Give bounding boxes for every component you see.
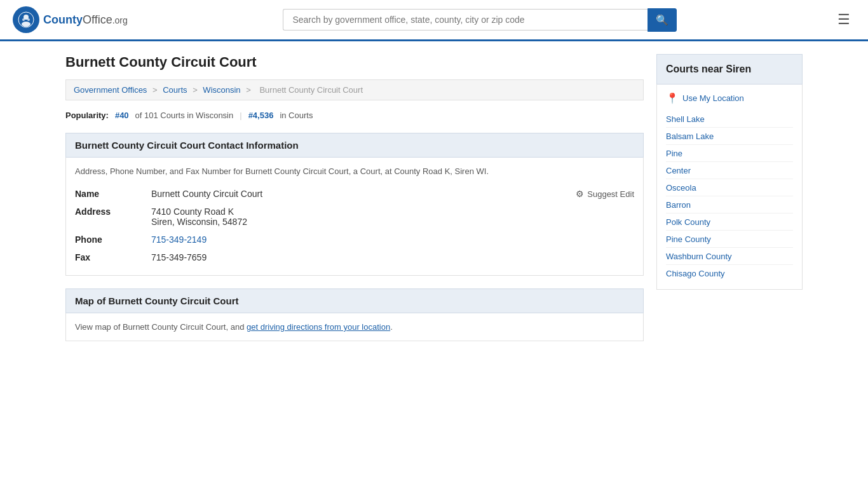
- sidebar-location-row: 📍 Use My Location: [666, 92, 793, 104]
- phone-value: 715-349-2149: [151, 234, 207, 245]
- sidebar-header: Courts near Siren: [656, 54, 803, 85]
- contact-description: Address, Phone Number, and Fax Number fo…: [75, 166, 634, 176]
- popularity-rank: #40: [115, 111, 129, 120]
- address-line2: Siren, Wisconsin, 54872: [151, 217, 247, 227]
- address-label: Address: [75, 207, 151, 227]
- suggest-edit-label: Suggest Edit: [587, 189, 634, 199]
- suggest-edit-link[interactable]: ⚙ Suggest Edit: [576, 189, 634, 199]
- page-title: Burnett County Circuit Court: [65, 54, 644, 71]
- nearby-balsam-lake[interactable]: Balsam Lake: [666, 132, 714, 141]
- logo[interactable]: CountyOffice.org: [13, 6, 128, 33]
- hamburger-icon: ☰: [837, 11, 850, 27]
- list-item: Balsam Lake: [666, 128, 793, 145]
- breadcrumb-courts[interactable]: Courts: [163, 85, 187, 95]
- map-desc-end: .: [390, 322, 393, 332]
- popularity-overall-of: in Courts: [280, 111, 313, 120]
- breadcrumb-sep-1: >: [153, 85, 159, 95]
- list-item: Shell Lake: [666, 111, 793, 128]
- fax-label: Fax: [75, 252, 151, 262]
- address-line1: 7410 County Road K: [151, 207, 247, 217]
- phone-row: Phone 715-349-2149: [75, 231, 634, 248]
- svg-point-4: [27, 18, 30, 21]
- list-item: Pine County: [666, 231, 793, 248]
- search-input[interactable]: [283, 9, 648, 30]
- content-area: Burnett County Circuit Court Government …: [65, 54, 644, 354]
- popularity-rank-of: of 101 Courts in Wisconsin: [135, 111, 234, 120]
- nearby-center[interactable]: Center: [666, 166, 691, 175]
- list-item: Center: [666, 162, 793, 179]
- nearby-pine-county[interactable]: Pine County: [666, 234, 711, 244]
- list-item: Chisago County: [666, 265, 793, 281]
- nearby-pine[interactable]: Pine: [666, 149, 682, 158]
- nearby-washburn-county[interactable]: Washburn County: [666, 252, 732, 261]
- popularity-label: Popularity:: [65, 111, 109, 120]
- search-button[interactable]: 🔍: [648, 8, 677, 32]
- contact-section-body: Address, Phone Number, and Fax Number fo…: [65, 158, 644, 276]
- nearby-barron[interactable]: Barron: [666, 200, 691, 210]
- breadcrumb-government-offices[interactable]: Government Offices: [74, 85, 147, 95]
- address-value: 7410 County Road K Siren, Wisconsin, 548…: [151, 207, 247, 227]
- contact-section-header: Burnett County Circuit Court Contact Inf…: [65, 133, 644, 158]
- nearby-chisago-county[interactable]: Chisago County: [666, 269, 725, 278]
- popularity-overall-rank: #4,536: [248, 111, 274, 120]
- name-row: Name Burnett County Circuit Court ⚙ Sugg…: [75, 185, 634, 203]
- svg-point-3: [22, 18, 25, 21]
- map-description: View map of Burnett County Circuit Court…: [75, 322, 634, 332]
- menu-button[interactable]: ☰: [832, 9, 855, 30]
- fax-value: 715-349-7659: [151, 252, 207, 262]
- svg-point-2: [22, 22, 31, 27]
- pin-icon: 📍: [666, 92, 679, 104]
- name-value: Burnett County Circuit Court: [151, 189, 262, 199]
- breadcrumb-current: Burnett County Circuit Court: [259, 85, 363, 95]
- list-item: Osceola: [666, 179, 793, 196]
- name-label: Name: [75, 189, 151, 199]
- main-content: Burnett County Circuit Court Government …: [53, 41, 815, 367]
- map-directions-link[interactable]: get driving directions from your locatio…: [247, 322, 390, 332]
- logo-wordmark: CountyOffice.org: [43, 13, 128, 27]
- list-item: Polk County: [666, 214, 793, 231]
- use-my-location-link[interactable]: Use My Location: [682, 93, 744, 103]
- search-bar: 🔍: [283, 8, 677, 32]
- nearby-polk-county[interactable]: Polk County: [666, 217, 710, 227]
- map-desc-start: View map of Burnett County Circuit Court…: [75, 322, 247, 332]
- contact-info-table: Name Burnett County Circuit Court ⚙ Sugg…: [75, 185, 634, 266]
- site-header: CountyOffice.org 🔍 ☰: [0, 0, 868, 41]
- logo-icon: [13, 6, 39, 33]
- sidebar: Courts near Siren 📍 Use My Location Shel…: [656, 54, 803, 354]
- popularity-bar: Popularity: #40 of 101 Courts in Wiscons…: [65, 111, 644, 120]
- breadcrumb-sep-2: >: [193, 85, 200, 95]
- breadcrumb: Government Offices > Courts > Wisconsin …: [65, 79, 644, 100]
- list-item: Pine: [666, 145, 793, 162]
- nearby-shell-lake[interactable]: Shell Lake: [666, 114, 705, 124]
- phone-link[interactable]: 715-349-2149: [151, 234, 207, 245]
- list-item: Washburn County: [666, 248, 793, 265]
- fax-row: Fax 715-349-7659: [75, 248, 634, 266]
- list-item: Barron: [666, 196, 793, 214]
- sidebar-body: 📍 Use My Location Shell Lake Balsam Lake…: [656, 85, 803, 290]
- map-section-header: Map of Burnett County Circuit Court: [65, 288, 644, 313]
- breadcrumb-wisconsin[interactable]: Wisconsin: [203, 85, 240, 95]
- nearby-osceola[interactable]: Osceola: [666, 183, 696, 193]
- address-row: Address 7410 County Road K Siren, Wiscon…: [75, 203, 634, 231]
- map-section-body: View map of Burnett County Circuit Court…: [65, 313, 644, 341]
- name-value-row: Burnett County Circuit Court ⚙ Suggest E…: [151, 189, 634, 199]
- sidebar-nearby-list: Shell Lake Balsam Lake Pine Center Osceo…: [666, 111, 793, 281]
- popularity-separator: |: [240, 111, 241, 120]
- breadcrumb-sep-3: >: [246, 85, 253, 95]
- search-icon: 🔍: [656, 15, 668, 25]
- suggest-edit-icon: ⚙: [576, 189, 584, 199]
- phone-label: Phone: [75, 234, 151, 245]
